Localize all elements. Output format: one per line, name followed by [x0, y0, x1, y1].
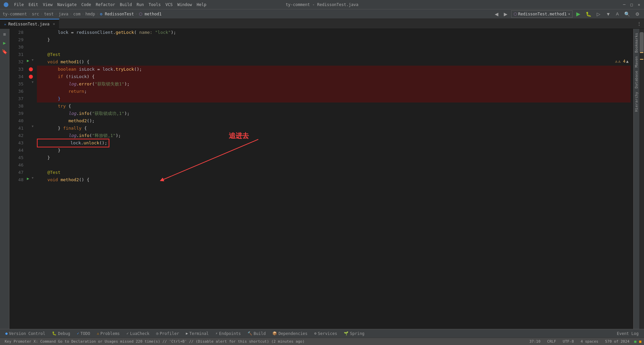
search-button[interactable]: 🔍 — [623, 10, 632, 18]
menu-view[interactable]: View — [41, 2, 55, 8]
breadcrumb-project[interactable]: ty-comment — [3, 12, 27, 16]
highlighted-unlock: lock.unlock(); — [37, 139, 109, 147]
fold-35[interactable]: ▼ — [32, 80, 34, 84]
run-arrow-32: ▶ — [27, 58, 29, 63]
code-line-46 — [37, 161, 631, 169]
back-button[interactable]: ◀ — [493, 10, 500, 18]
code-line-43: lock.unlock(); — [37, 139, 631, 147]
menu-navigate[interactable]: Navigate — [55, 2, 79, 8]
bottom-tab-terminal[interactable]: ▶ Terminal — [183, 331, 211, 337]
run-button[interactable]: ▶ — [575, 10, 582, 18]
menu-refactor[interactable]: Refactor — [94, 2, 117, 8]
sidebar-icon-bookmark[interactable]: 🔖 — [1, 48, 9, 56]
sidebar-icon-structure[interactable]: ≡ — [1, 30, 9, 38]
bottom-tab-services[interactable]: ⚙ Services — [312, 331, 340, 337]
main-area: ≡ ▶ 🔖 28 29 30 31 32 33 34 35 36 37 38 3… — [0, 29, 644, 329]
line-numbers: 28 29 30 31 32 33 34 35 36 37 38 39 40 4… — [9, 29, 26, 329]
breadcrumb-class[interactable]: ⚙ RedissonTest — [100, 12, 134, 16]
code-line-38: try { — [37, 102, 631, 110]
menu-bar: File Edit View Navigate Code Refactor Bu… — [3, 1, 208, 8]
maximize-button[interactable]: □ — [629, 2, 634, 7]
warning-indicator[interactable]: ⚠ ⚠ 4 ▲ — [615, 59, 629, 64]
tab-redissontest[interactable]: ☕ RedissonTest.java ✕ — [0, 19, 59, 28]
code-line-41: } finally { — [37, 125, 631, 132]
status-indent[interactable]: 4 spaces — [579, 339, 600, 344]
settings-button[interactable]: ⚙ — [634, 10, 641, 18]
sidebar-icon-run[interactable]: ▶ — [1, 39, 9, 47]
code-line-39: log.info("获取锁成功,1"); — [37, 110, 631, 117]
bottom-tab-luacheck[interactable]: ✓ LuaCheck — [124, 331, 152, 337]
status-position[interactable]: 37:10 — [527, 339, 542, 344]
code-line-31: @Test — [37, 51, 631, 58]
menu-window[interactable]: Window — [175, 2, 194, 8]
status-notification: Key Promoter X: Command Go to Declaratio… — [3, 339, 526, 344]
code-line-42: log.info("释放锁,1"); — [37, 132, 631, 139]
bottom-bar: ● Version Control 🐛 Debug ✓ TODO ⚠ Probl… — [0, 329, 644, 338]
right-tab-hierarchy[interactable]: Hierarchy — [634, 90, 639, 113]
more-tabs-button[interactable]: ⋮ — [634, 19, 644, 28]
tabs-bar: ☕ RedissonTest.java ✕ ⋮ — [0, 19, 644, 29]
debug-button[interactable]: 🐛 — [584, 10, 593, 18]
coverage-button[interactable]: ▷ — [595, 10, 602, 18]
bottom-tab-todo[interactable]: ✓ TODO — [74, 331, 93, 337]
more-run-button[interactable]: ▼ — [604, 10, 612, 18]
editor-area: 28 29 30 31 32 33 34 35 36 37 38 39 40 4… — [9, 29, 633, 329]
close-button[interactable]: ✕ — [637, 2, 641, 7]
bottom-tab-build[interactable]: 🔨 Build — [245, 331, 268, 337]
code-line-32: void method1() { — [37, 58, 631, 66]
menu-edit[interactable]: Edit — [26, 2, 40, 8]
translate-button[interactable]: A — [614, 10, 621, 17]
breadcrumb-hmdp[interactable]: hmdp — [86, 12, 95, 16]
code-line-40: method2(); — [37, 117, 631, 125]
fold-32[interactable]: ▼ — [32, 58, 34, 62]
menu-tools[interactable]: Tools — [147, 2, 163, 8]
status-line-info: 570 of 2024 — [603, 339, 632, 344]
bottom-tab-event-log[interactable]: Event Log — [614, 331, 641, 337]
right-tab-database[interactable]: Database — [634, 69, 639, 90]
status-right: 37:10 CRLF UTF-8 4 spaces 570 of 2024 ■ … — [527, 339, 641, 344]
bottom-tab-problems[interactable]: ⚠ Problems — [94, 331, 122, 337]
breadcrumb-com[interactable]: com — [73, 12, 80, 16]
code-line-36: return; — [37, 88, 631, 95]
code-line-34: if (!isLock) { — [37, 73, 631, 80]
scrollbar[interactable] — [639, 29, 644, 329]
menu-code[interactable]: Code — [79, 2, 93, 8]
menu-help[interactable]: Help — [195, 2, 208, 8]
fold-38[interactable]: ▼ — [32, 125, 34, 128]
bottom-tab-endpoints[interactable]: ⚡ Endpoints — [213, 331, 244, 337]
fold-48[interactable]: ▼ — [32, 176, 34, 180]
breadcrumb-method[interactable]: ⬡ method1 — [139, 12, 162, 16]
bottom-tab-profiler[interactable]: ◷ Profiler — [154, 331, 182, 337]
tab-close-icon[interactable]: ✕ — [53, 22, 55, 26]
forward-button[interactable]: ▶ — [502, 10, 509, 18]
code-line-45: } — [37, 154, 631, 161]
scrollbar-thumb[interactable] — [640, 32, 644, 52]
menu-build[interactable]: Build — [118, 2, 134, 8]
breadcrumb-test[interactable]: test — [44, 12, 54, 16]
code-line-47: @Test — [37, 169, 631, 176]
minimize-button[interactable]: ─ — [622, 2, 627, 7]
window-title: ty-comment - RedissonTest.java — [286, 2, 359, 7]
bottom-tab-version-control[interactable]: ● Version Control — [3, 331, 48, 337]
bottom-tab-debug[interactable]: 🐛 Debug — [49, 331, 73, 337]
right-tab-maven[interactable]: Maven — [634, 55, 639, 69]
menu-vcs[interactable]: VCS — [163, 2, 175, 8]
status-charset[interactable]: UTF-8 — [561, 339, 576, 344]
bottom-tab-spring[interactable]: 🌱 Spring — [341, 331, 367, 337]
breadcrumb: ty-comment › src › test › java › com › h… — [3, 12, 162, 16]
right-tab-bookmarks[interactable]: Bookmarks — [634, 31, 639, 54]
method-selector[interactable]: ⬡ RedissonTest.method1 ▾ — [511, 10, 573, 18]
code-content: lock = redissonClient.getLock( name: "lo… — [34, 29, 633, 329]
breadcrumb-java[interactable]: java — [59, 12, 68, 16]
breadcrumb-src[interactable]: src — [32, 12, 39, 16]
menu-file[interactable]: File — [12, 2, 26, 8]
gutter: ▶ ▶ ▼ ▼ ▼ ▼ — [26, 29, 34, 329]
code-line-37: } — [37, 95, 631, 102]
right-sidebar: Bookmarks Maven Database Hierarchy — [633, 29, 639, 329]
bottom-tab-dependencies[interactable]: 📦 Dependencies — [270, 331, 310, 337]
svg-point-0 — [4, 2, 8, 7]
code-line-30 — [37, 44, 631, 51]
status-encoding[interactable]: CRLF — [545, 339, 558, 344]
window-controls: ─ □ ✕ — [622, 2, 641, 7]
menu-run[interactable]: Run — [135, 2, 146, 8]
